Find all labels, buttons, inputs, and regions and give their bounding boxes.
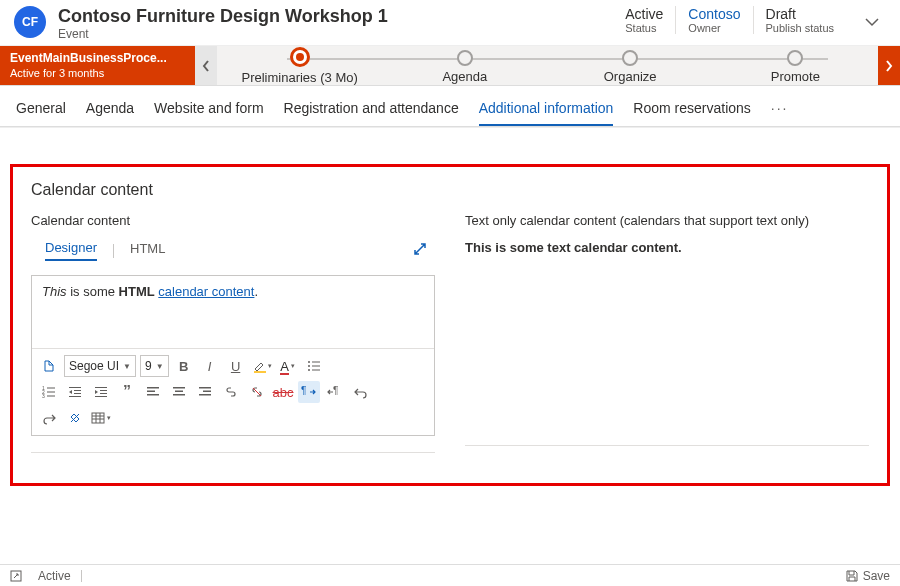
font-size-select[interactable]: 9▼ (140, 355, 169, 377)
svg-text:3: 3 (42, 393, 45, 399)
redo-icon (42, 411, 56, 425)
field-underline-right (465, 445, 869, 446)
bpf-stage-agenda[interactable]: Agenda (382, 47, 547, 84)
field-underline (31, 452, 435, 453)
entity-name: Event (58, 27, 601, 41)
bpf-stage-promote[interactable]: Promote (713, 47, 878, 84)
svg-rect-22 (147, 391, 155, 393)
unlink-icon (250, 385, 264, 399)
tab-registration[interactable]: Registration and attendance (284, 94, 459, 126)
table-icon (91, 411, 105, 425)
svg-rect-10 (47, 392, 55, 393)
ltr-icon: ¶ (301, 385, 317, 399)
underline-button[interactable]: U (225, 355, 247, 377)
chevron-left-icon (201, 59, 211, 73)
header-expand-chevron[interactable] (858, 6, 886, 30)
number-list-icon: 123 (42, 385, 56, 399)
increase-indent-button[interactable] (90, 381, 112, 403)
status-field: Active Status (613, 6, 675, 34)
chevron-down-icon (864, 14, 880, 30)
bullet-list-button[interactable] (303, 355, 325, 377)
svg-rect-32 (92, 413, 104, 423)
font-color-button[interactable]: A▾ (277, 355, 299, 377)
svg-rect-18 (100, 390, 107, 391)
align-left-icon (146, 385, 160, 399)
expand-editor-button[interactable] (413, 242, 427, 260)
calendar-content-field: Calendar content Designer HTML This is s… (31, 213, 435, 453)
align-left-button[interactable] (142, 381, 164, 403)
publish-label: Publish status (766, 22, 834, 34)
publish-field: Draft Publish status (753, 6, 846, 34)
calendar-content-section: Calendar content Calendar content Design… (10, 164, 890, 486)
save-button[interactable]: Save (845, 569, 890, 583)
avatar: CF (14, 6, 46, 38)
svg-rect-2 (312, 362, 320, 363)
tab-overflow[interactable]: ··· (771, 94, 789, 126)
svg-rect-14 (74, 390, 81, 391)
ltr-direction-button[interactable]: ¶ (298, 381, 320, 403)
svg-rect-13 (69, 387, 81, 388)
redo-button[interactable] (38, 407, 60, 429)
bpf-stage-organize[interactable]: Organize (548, 47, 713, 84)
designer-tab[interactable]: Designer (45, 240, 97, 261)
bpf-next-arrow[interactable] (878, 46, 900, 85)
bpf-process-tile[interactable]: EventMainBusinessProce... Active for 3 m… (0, 46, 195, 85)
highlight-icon (252, 359, 268, 373)
clear-format-button[interactable] (64, 407, 86, 429)
svg-rect-27 (199, 387, 211, 389)
tab-divider (113, 244, 114, 258)
link-button[interactable] (220, 381, 242, 403)
owner-value[interactable]: Contoso (688, 6, 740, 22)
publish-value: Draft (766, 6, 834, 22)
rtl-direction-button[interactable]: ¶ (324, 381, 346, 403)
tab-website-and-form[interactable]: Website and form (154, 94, 263, 126)
footer-status: Active (38, 569, 71, 583)
form-header: CF Contoso Furniture Design Workshop 1 E… (0, 0, 900, 46)
svg-rect-12 (47, 396, 55, 397)
svg-point-3 (308, 365, 310, 367)
editor-mode-tabs: Designer HTML (31, 240, 435, 261)
svg-rect-26 (173, 394, 185, 396)
bpf-stage-preliminaries[interactable]: Preliminaries (3 Mo) (217, 46, 382, 85)
svg-rect-20 (95, 396, 107, 397)
number-list-button[interactable]: 123 (38, 381, 60, 403)
bold-button[interactable]: B (173, 355, 195, 377)
table-button[interactable]: ▾ (90, 407, 112, 429)
unlink-button[interactable] (246, 381, 268, 403)
editor-content-area[interactable]: This is some HTML calendar content. (32, 276, 434, 348)
tab-room-reservations[interactable]: Room reservations (633, 94, 751, 126)
bpf-prev-arrow[interactable] (195, 46, 217, 85)
svg-text:¶: ¶ (333, 385, 338, 396)
align-center-button[interactable] (168, 381, 190, 403)
svg-rect-29 (199, 394, 211, 396)
decrease-indent-button[interactable] (64, 381, 86, 403)
outdent-icon (68, 385, 82, 399)
footer-expand-button[interactable] (10, 570, 22, 582)
text-calendar-content-field: Text only calendar content (calendars th… (465, 213, 869, 453)
align-right-button[interactable] (194, 381, 216, 403)
format-painter-button[interactable] (38, 355, 60, 377)
tab-general[interactable]: General (16, 94, 66, 126)
tab-additional-information[interactable]: Additional information (479, 94, 614, 126)
highlight-color-button[interactable]: ▾ (251, 355, 273, 377)
font-family-select[interactable]: Segoe UI▼ (64, 355, 136, 377)
svg-rect-25 (175, 391, 183, 393)
form-body[interactable]: Calendar content Calendar content Design… (0, 127, 900, 529)
svg-text:¶: ¶ (301, 385, 306, 396)
svg-rect-21 (147, 387, 159, 389)
owner-label: Owner (688, 22, 740, 34)
svg-rect-24 (173, 387, 185, 389)
indent-icon (94, 385, 108, 399)
clear-format-icon (68, 411, 82, 425)
svg-rect-15 (74, 393, 81, 394)
link-icon (224, 385, 238, 399)
header-status-group: Active Status Contoso Owner Draft Publis… (613, 6, 846, 34)
text-calendar-value[interactable]: This is some text calendar content. (465, 240, 869, 255)
undo-button[interactable] (350, 381, 372, 403)
svg-rect-4 (312, 366, 320, 367)
italic-button[interactable]: I (199, 355, 221, 377)
tab-agenda[interactable]: Agenda (86, 94, 134, 126)
blockquote-button[interactable]: ” (116, 381, 138, 403)
html-tab[interactable]: HTML (130, 241, 165, 260)
strikethrough-button[interactable]: abc (272, 381, 294, 403)
